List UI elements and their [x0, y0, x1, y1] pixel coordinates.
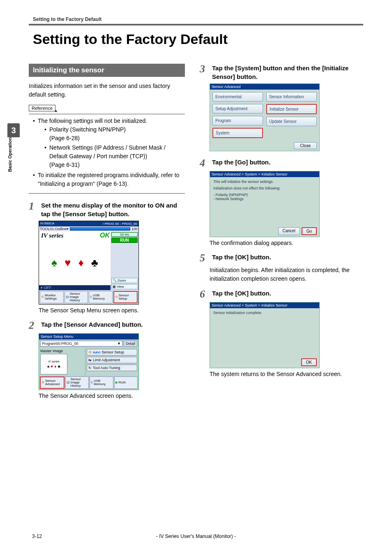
view-button[interactable]: ▦View [111, 284, 138, 289]
update-sensor-button[interactable]: Update Sensor [266, 117, 317, 126]
fig4-line: This will initialize the sensor settings… [213, 180, 316, 184]
limit-adjustment-button[interactable]: ⇆Limit Adjustment [87, 357, 137, 363]
running-head: Setting to the Factory Default [29, 16, 363, 22]
step6-caption: The system returns to the Sensor Advance… [210, 371, 356, 377]
ref-page: (Page 6-31) [49, 162, 80, 168]
ref-text: To initialize the registered programs in… [38, 172, 179, 187]
fig3-title: Sensor Advanced [210, 84, 319, 90]
initialize-sensor-button[interactable]: Initialize Sensor [266, 104, 317, 114]
side-tab: 3 Basic Operation [7, 123, 20, 174]
heart-icon: ♥ [51, 364, 53, 369]
step-text: Tap the [Go] button. [212, 158, 270, 169]
fig4-line: Initialization does not effect the follo… [213, 186, 316, 190]
fig1-bar [70, 227, 130, 231]
go-button[interactable]: Go [302, 227, 317, 235]
step-text: Tap the [Sensor Advanced] button. [41, 320, 143, 331]
image-history-tab[interactable]: ▤Sensor Image History [65, 291, 88, 303]
slider-icon: ⇆ [88, 358, 92, 362]
page-title: Setting to the Factory Default [33, 31, 363, 47]
fig1-off[interactable]: OFF [39, 285, 111, 290]
gear-icon: ⚙ [42, 381, 44, 384]
fig1-run: RUN [111, 238, 138, 243]
step-number: 6 [200, 289, 209, 300]
step-text: Set the menu display of the monitor to O… [41, 201, 185, 218]
sensor-setup-button[interactable]: ⚙NAVI Sensor Setup [87, 349, 137, 355]
step5-body: Initialization begins. After initializat… [210, 266, 356, 283]
step-number: 4 [200, 158, 209, 169]
step-number: 3 [200, 64, 209, 81]
step1-caption: The Sensor Setup Menu screen opens. [39, 307, 185, 314]
setup-adjustment-button[interactable]: Setup Adjustment [212, 104, 263, 113]
cancel-button[interactable]: Cancel [278, 227, 300, 235]
sensor-advanced-tab[interactable]: ⚙Sensor Advanced [40, 376, 65, 389]
step-text: Tap the [OK] button. [212, 253, 271, 263]
system-button[interactable]: System [212, 128, 263, 138]
fig1-model: IV-500CA [40, 222, 54, 226]
usb-memory-tab[interactable]: ⎘USB Memory [90, 376, 113, 389]
fig1-score: 100 [131, 227, 138, 231]
section-heading: Initializing the sensor [29, 64, 185, 77]
detail-button[interactable]: Detail [124, 341, 137, 346]
step-1: 1 Set the menu display of the monitor to… [29, 201, 185, 218]
intro-text: Initializes information set in the senso… [29, 82, 185, 99]
club-icon: ♣ [91, 256, 98, 269]
diamond-icon: ♦ [78, 256, 83, 269]
image-history-tab[interactable]: ▤Sensor Image History [65, 376, 89, 389]
ref-text: Network Settings (IP Address / Subnet Ma… [49, 144, 166, 159]
chevron-down-icon: ▼ [117, 342, 121, 346]
reference-label: Reference [29, 105, 55, 111]
fig6-body: Sensor initialization complete. [213, 311, 316, 315]
master-thumbnail: IV series ♠♥ ♦♣ [40, 354, 67, 374]
fig1-viewport: ♠ ♥ ♦ ♣ [39, 240, 111, 285]
step-text: Tap the [System] button and then the [In… [212, 64, 356, 81]
fig6-title: Sensor Advanced > System > Initialize Se… [210, 302, 319, 308]
history-icon: ▤ [66, 295, 69, 299]
ref-text: Polarity (Switching NPN/PNP) [49, 126, 126, 133]
ok-icon: OK [100, 232, 110, 239]
step-2: 2 Tap the [Sensor Advanced] button. [29, 320, 185, 331]
fig4-title: Sensor Advanced > System > Initialize Se… [210, 171, 319, 177]
step-number: 1 [29, 201, 38, 218]
gear-icon: ⚙ [41, 295, 44, 299]
usb-memory-tab[interactable]: ⎘USB Memory [89, 291, 113, 303]
heart-icon: ♥ [65, 256, 71, 269]
club-icon: ♣ [58, 364, 60, 369]
figure-2: Sensor Setup Menu Program00:PROG_00▼ Det… [39, 333, 185, 390]
reference-list: The following settings will not be initi… [29, 117, 185, 188]
ref-item: The following settings will not be initi… [33, 117, 185, 169]
fig4-line: - Network Settings [213, 197, 316, 201]
run-tab[interactable]: ▶RUN [114, 376, 138, 389]
figure-6: Sensor Advanced > System > Initialize Se… [210, 302, 356, 368]
footer-center: - IV Series User's Manual (Monitor) - [156, 533, 236, 539]
step-number: 5 [200, 253, 209, 263]
fig1-tool: TOOL01:Outline [40, 227, 67, 231]
fig1-ivseries: IV series [39, 231, 65, 240]
program-button[interactable]: Program [212, 116, 263, 125]
program-dropdown[interactable]: Program00:PROG_00▼ [40, 341, 122, 346]
environmental-button[interactable]: Environmental [212, 92, 263, 102]
step-text: Tap the [OK] button. [212, 289, 271, 300]
figure-1: IV-500CA / PROG 00：PROG_00 TOOL01:Outlin… [39, 221, 185, 305]
usb-icon: ⎘ [91, 381, 93, 384]
fig2-title: Sensor Setup Menu [39, 334, 138, 339]
sensor-setup-tab[interactable]: ⚙Sensor Setup [113, 291, 138, 303]
page: 3 Basic Operation Setting to the Factory… [0, 0, 392, 554]
step-4: 4 Tap the [Go] button. [200, 158, 356, 169]
step2-caption: The Sensor Advanced screen opens. [39, 392, 185, 399]
monitor-settings-tab[interactable]: ⚙Monitor Settings [40, 291, 64, 303]
ref-subitem: Network Settings (IP Address / Subnet Ma… [44, 143, 185, 169]
tool-auto-tuning-button[interactable]: ↻Tool Auto Tuning [87, 365, 137, 371]
zoom-button[interactable]: 🔍Zoom [111, 278, 138, 283]
ref-text: The following settings will not be initi… [38, 118, 147, 124]
ref-subitem: Polarity (Switching NPN/PNP) (Page 6-28) [44, 125, 185, 143]
usb-icon: ⎘ [90, 295, 92, 299]
fig1-prog: PROG 00：PROG_00 [104, 222, 137, 226]
fig1-ms: 10 ms [111, 232, 138, 237]
step-number: 2 [29, 320, 38, 331]
top-rule [29, 24, 363, 25]
step-3: 3 Tap the [System] button and then the [… [200, 64, 356, 81]
sensor-information-button[interactable]: Sensor Information [266, 92, 317, 102]
close-button[interactable]: Close [294, 142, 317, 149]
ok-button[interactable]: OK [301, 358, 317, 366]
play-icon: ▶ [115, 381, 118, 384]
